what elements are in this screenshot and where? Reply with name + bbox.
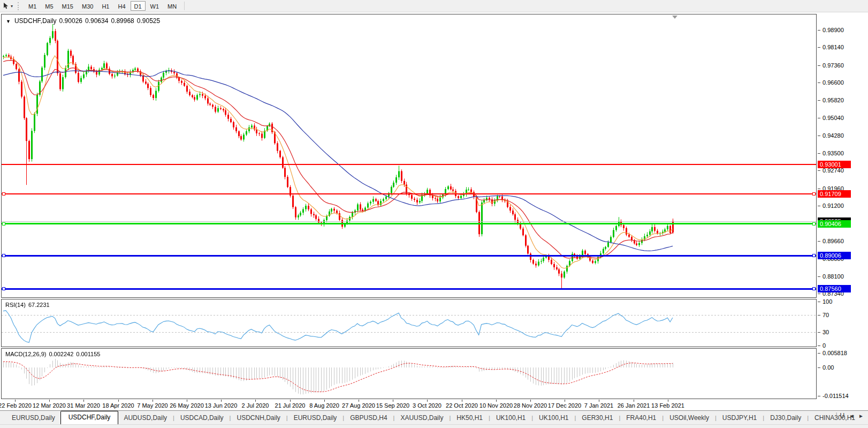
date-tick [153,400,153,402]
tab-xauusd-daily[interactable]: XAUUSD,Daily [395,412,448,424]
tab-eurusd-daily[interactable]: EURUSD,Daily [6,412,60,424]
price-tick: 0.95820 [823,97,844,103]
ohlc-close: 0.90525 [137,17,160,25]
tab-audusd-daily[interactable]: AUDUSD,Daily [118,412,172,424]
timeframe-button-m30[interactable]: M30 [78,1,97,11]
tabs-scroll-right-icon[interactable]: ► [856,413,866,419]
price-axis: 0.989000.981400.973600.966000.958200.950… [818,13,868,400]
chart-symbol-label: USDCHF,Daily [14,17,57,25]
rsi-name: RSI(14) [5,302,26,308]
price-tick: 0.98140 [823,44,844,50]
date-tick [462,400,462,402]
price-tick: 0.94280 [823,132,844,139]
hline-handle[interactable] [812,222,816,226]
tab-usdchf-daily[interactable]: USDCHF,Daily [60,411,119,424]
tab-usdjpy-h1[interactable]: USDJPY,H1 [717,412,762,424]
tab-hk50-h1[interactable]: HK50,H1 [451,412,488,424]
date-label: 26 May 2020 [170,402,204,409]
date-label: 22 Feb 2020 [0,402,32,409]
tab-uk100-h1[interactable]: UK100,H1 [534,412,574,424]
hline-handle[interactable] [2,254,5,257]
date-tick [324,400,325,402]
price-tick-dash [818,241,820,242]
timeframe-button-m5[interactable]: M5 [41,1,57,11]
rsi-tick-dash [818,315,820,316]
rsi-tick-dash [818,302,820,302]
current-price-line [2,221,816,222]
tab-usdcnh-daily[interactable]: USDCNH,Daily [231,412,285,424]
hline-handle[interactable] [812,287,816,290]
price-tick-dash [818,82,820,83]
tab-eurusd-daily[interactable]: EURUSD,Daily [288,412,342,424]
price-tick-dash [818,136,820,136]
date-tick [83,400,84,402]
hline-0.89006[interactable] [2,255,816,257]
date-tick [599,400,599,402]
cursor-dropdown-icon[interactable]: ▾ [11,4,13,9]
tab-dj30-daily[interactable]: DJ30,Daily [765,412,806,424]
tab-fra40-h1[interactable]: FRA40,H1 [621,412,661,424]
rsi-tick: 0 [823,342,826,349]
date-tick [290,400,291,402]
hline-0.87560[interactable] [2,288,816,290]
hline-handle[interactable] [2,222,5,226]
tab-uk100-h1[interactable]: UK100,H1 [491,412,531,424]
macd-label: MACD(12,26,9)0.0022420.001155 [5,351,103,357]
macd-tick: -0.011514 [823,393,849,399]
timeframe-button-d1[interactable]: D1 [131,1,146,11]
chart-collapse-icon[interactable]: ▼ [6,19,11,24]
macd-tick-dash [818,367,820,368]
hline-handle[interactable] [2,192,5,196]
price-tick-dash [818,294,820,294]
timeframe-button-h1[interactable]: H1 [98,1,113,11]
tab-scroll-controls: | U ◄ ► [835,410,866,422]
tab-truncated[interactable]: U [838,410,847,422]
price-tick: 0.89660 [823,238,844,244]
date-axis: 22 Feb 202012 Mar 202031 Mar 202018 Apr … [0,399,868,410]
hline-handle[interactable] [2,287,5,290]
tab-usdcad-daily[interactable]: USDCAD,Daily [175,412,229,424]
rsi-tick: 100 [823,298,832,305]
timeframe-button-h4[interactable]: H4 [114,1,129,11]
date-label: 26 Jan 2021 [618,402,650,409]
hline-0.93001[interactable] [2,164,816,165]
date-tick [15,400,16,402]
hline-handle[interactable] [812,254,816,257]
timeframe-button-w1[interactable]: W1 [147,1,163,11]
date-tick [255,400,256,402]
price-tick: 0.91200 [823,202,844,209]
cursor-tool-button[interactable]: ▾ [0,2,14,10]
price-tick: 0.95040 [823,115,844,121]
hline-0.91709[interactable] [2,193,816,194]
macd-tick-dash [818,396,820,396]
rsi-tick: 30 [823,329,829,335]
price-tick: 0.98900 [823,27,844,33]
hline-handle[interactable] [812,192,816,196]
macd-indicator-panel[interactable]: MACD(12,26,9)0.0022420.001155 [1,348,817,399]
timeframe-button-mn[interactable]: MN [164,1,180,11]
rsi-indicator-panel[interactable]: RSI(14)67.2231 [1,299,817,347]
macd-canvas[interactable] [2,349,816,399]
tab-usoil-weekly[interactable]: USOil,Weekly [664,412,714,424]
macd-tick: 0.005818 [823,350,847,356]
date-tick [565,400,565,402]
timeframe-button-m1[interactable]: M1 [25,1,40,11]
rsi-value: 67.2231 [28,302,50,308]
hline-price-tag-0.89006: 0.89006 [818,252,851,259]
price-chart-panel[interactable]: ▼USDCHF,Daily0.900260.906340.899680.9052… [1,14,817,298]
timeframe-toolbar: ▾ M1M5M15M30H1H4D1W1MN [0,0,868,12]
rsi-label: RSI(14)67.2231 [5,302,52,308]
timeframe-button-m15[interactable]: M15 [58,1,77,11]
symbol-tabs: EURUSD,DailyUSDCHF,DailyAUDUSD,Daily|USD… [6,411,861,424]
rsi-canvas[interactable] [2,299,816,347]
chart-shift-marker[interactable] [672,16,677,19]
tabs-scroll-left-icon[interactable]: ◄ [847,413,856,419]
timeframe-buttons: M1M5M15M30H1H4D1W1MN [24,1,181,11]
tab-ger30-h1[interactable]: GER30,H1 [576,412,618,424]
price-tick: 0.97360 [823,62,844,69]
date-label: 10 Nov 2020 [479,402,513,409]
price-tick: 0.93500 [823,150,844,156]
hline-0.90406[interactable] [2,223,816,224]
date-tick [427,400,428,402]
tab-gbpusd-h4[interactable]: GBPUSD,H4 [345,412,392,424]
